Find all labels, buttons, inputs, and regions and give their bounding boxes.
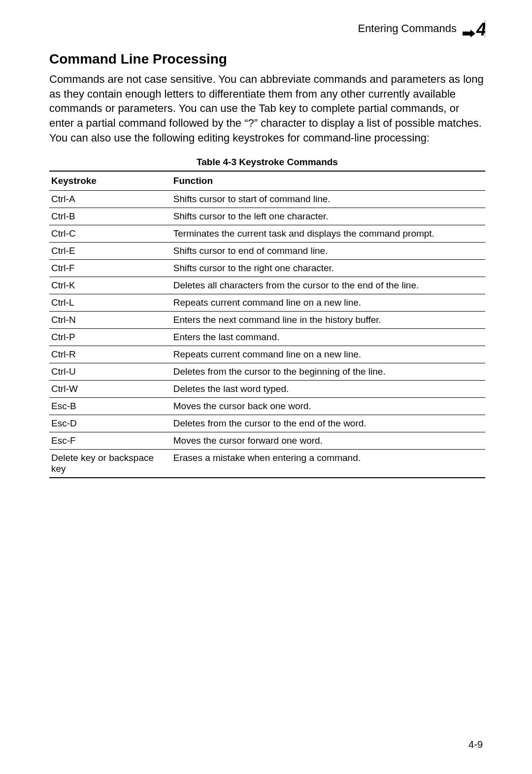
table-row: Ctrl-WDeletes the last word typed. — [49, 381, 485, 398]
table-row: Ctrl-FShifts cursor to the right one cha… — [49, 260, 485, 277]
function-cell: Shifts cursor to start of command line. — [171, 191, 485, 208]
chapter-number-text: 4 — [476, 20, 485, 37]
table-row: Esc-FMoves the cursor forward one word. — [49, 432, 485, 450]
function-cell: Shifts cursor to the left one character. — [171, 208, 485, 225]
header-section-label: Entering Commands — [358, 22, 457, 35]
keystroke-cell: Ctrl-L — [49, 294, 171, 312]
page: Entering Commands 4 Command Line Process… — [0, 0, 532, 774]
table-row: Ctrl-BShifts cursor to the left one char… — [49, 208, 485, 225]
function-cell: Enters the last command. — [171, 329, 485, 346]
table-row: Ctrl-NEnters the next command line in th… — [49, 312, 485, 329]
keystroke-table: Keystroke Function Ctrl-AShifts cursor t… — [49, 171, 485, 478]
keystroke-cell: Ctrl-B — [49, 208, 171, 225]
table-row: Ctrl-KDeletes all characters from the cu… — [49, 277, 485, 294]
keystroke-cell: Ctrl-U — [49, 363, 171, 381]
keystroke-cell: Ctrl-P — [49, 329, 171, 346]
keystroke-cell: Esc-F — [49, 432, 171, 450]
keystroke-cell: Ctrl-A — [49, 191, 171, 208]
keystroke-cell: Ctrl-C — [49, 225, 171, 243]
table-row: Esc-BMoves the cursor back one word. — [49, 398, 485, 415]
keystroke-cell: Ctrl-W — [49, 381, 171, 398]
page-header: Entering Commands 4 — [49, 20, 485, 37]
function-cell: Deletes from the cursor to the beginning… — [171, 363, 485, 381]
table-header-function: Function — [171, 171, 485, 191]
keystroke-cell: Ctrl-F — [49, 260, 171, 277]
table-row: Ctrl-CTerminates the current task and di… — [49, 225, 485, 243]
table-row: Ctrl-AShifts cursor to start of command … — [49, 191, 485, 208]
table-header-keystroke: Keystroke — [49, 171, 171, 191]
keystroke-cell: Ctrl-K — [49, 277, 171, 294]
function-cell: Erases a mistake when entering a command… — [171, 450, 485, 478]
svg-marker-0 — [463, 30, 475, 37]
function-cell: Shifts cursor to the right one character… — [171, 260, 485, 277]
keystroke-cell: Ctrl-R — [49, 346, 171, 363]
table-row: Ctrl-UDeletes from the cursor to the beg… — [49, 363, 485, 381]
chapter-number-icon: 4 — [463, 20, 485, 37]
table-row: Ctrl-EShifts cursor to end of command li… — [49, 243, 485, 260]
function-cell: Shifts cursor to end of command line. — [171, 243, 485, 260]
section-heading: Command Line Processing — [49, 51, 485, 67]
keystroke-cell: Delete key or backspace key — [49, 450, 171, 478]
keystroke-cell: Ctrl-E — [49, 243, 171, 260]
function-cell: Terminates the current task and displays… — [171, 225, 485, 243]
function-cell: Moves the cursor forward one word. — [171, 432, 485, 450]
function-cell: Repeats current command line on a new li… — [171, 346, 485, 363]
function-cell: Deletes the last word typed. — [171, 381, 485, 398]
keystroke-cell: Esc-B — [49, 398, 171, 415]
table-row: Ctrl-PEnters the last command. — [49, 329, 485, 346]
table-row: Delete key or backspace keyErases a mist… — [49, 450, 485, 478]
section-paragraph: Commands are not case sensitive. You can… — [49, 72, 485, 145]
keystroke-cell: Ctrl-N — [49, 312, 171, 329]
function-cell: Deletes all characters from the cursor t… — [171, 277, 485, 294]
function-cell: Moves the cursor back one word. — [171, 398, 485, 415]
function-cell: Repeats current command line on a new li… — [171, 294, 485, 312]
table-caption: Table 4-3 Keystroke Commands — [49, 157, 485, 168]
page-number: 4-9 — [468, 739, 483, 750]
table-row: Ctrl-RRepeats current command line on a … — [49, 346, 485, 363]
function-cell: Enters the next command line in the hist… — [171, 312, 485, 329]
table-row: Ctrl-LRepeats current command line on a … — [49, 294, 485, 312]
function-cell: Deletes from the cursor to the end of th… — [171, 415, 485, 432]
table-row: Esc-DDeletes from the cursor to the end … — [49, 415, 485, 432]
keystroke-cell: Esc-D — [49, 415, 171, 432]
table-header-row: Keystroke Function — [49, 171, 485, 191]
